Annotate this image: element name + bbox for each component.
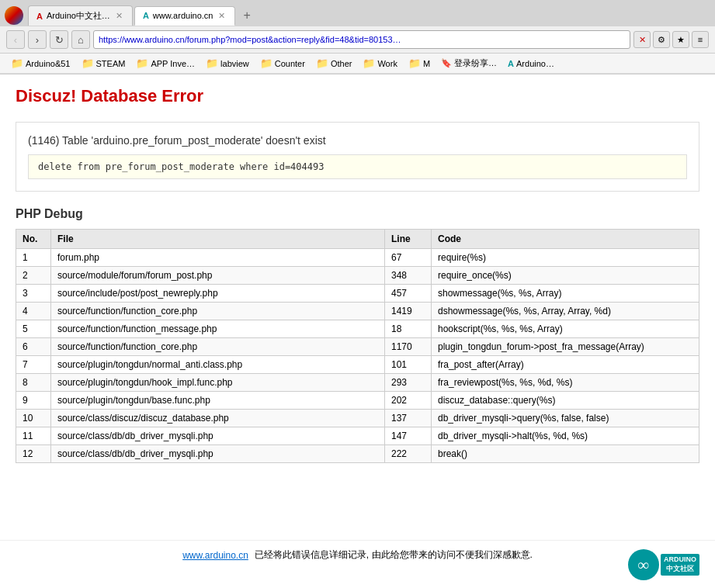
table-row: 2source/module/forum/forum_post.php348re… — [16, 267, 699, 285]
cell-no: 2 — [16, 267, 51, 285]
bookmark-arduino51[interactable]: 📁 Arduino&51 — [6, 56, 75, 71]
settings-button[interactable]: ⚙ — [653, 31, 670, 48]
bookmark-label: labview — [220, 59, 249, 68]
cell-code: db_driver_mysqli->halt(%s, %d, %s) — [432, 427, 699, 445]
error-query: delete from pre_forum_post_moderate wher… — [28, 154, 687, 179]
table-row: 1forum.php67require(%s) — [16, 249, 699, 267]
cell-file: source/function/function_core.php — [51, 303, 385, 320]
cell-file: source/include/post/post_newreply.php — [51, 285, 385, 303]
security-button[interactable]: ✕ — [633, 31, 651, 48]
cell-no: 3 — [16, 285, 51, 303]
bookmark-label: APP Inve… — [151, 59, 195, 68]
footer-link[interactable]: www.arduino.cn — [182, 550, 248, 561]
cell-file: source/plugin/tongdun/normal_anti.class.… — [51, 356, 385, 374]
table-row: 7source/plugin/tongdun/normal_anti.class… — [16, 356, 699, 374]
bookmark-m[interactable]: 📁 M — [404, 56, 435, 71]
table-row: 11source/class/db/db_driver_mysqli.php14… — [16, 427, 699, 445]
cell-no: 8 — [16, 374, 51, 392]
new-tab-button[interactable]: + — [237, 5, 256, 26]
cell-no: 11 — [16, 427, 51, 445]
cell-line: 137 — [385, 410, 432, 427]
footer-text: 已经将此错误信息详细记录, 由此给您带来的访问不便我们深感歉意. — [255, 548, 533, 562]
cell-code: hookscript(%s, %s, %s, Array) — [432, 320, 699, 338]
debug-section: PHP Debug No. File Line Code 1forum.php6… — [16, 207, 699, 463]
cell-line: 147 — [385, 427, 432, 445]
cell-line: 202 — [385, 392, 432, 410]
bookmark-steam[interactable]: 📁 STEAM — [77, 56, 130, 71]
error-box: (1146) Table 'arduino.pre_forum_post_mod… — [16, 122, 699, 192]
cell-line: 1419 — [385, 303, 432, 320]
table-row: 4source/function/function_core.php1419ds… — [16, 303, 699, 320]
folder-icon: 📁 — [363, 57, 375, 69]
cell-code: dshowmessage(%s, %s, Array, Array, %d) — [432, 303, 699, 320]
debug-title: PHP Debug — [16, 207, 699, 221]
cell-line: 67 — [385, 249, 432, 267]
bookmark-label: Counter — [275, 59, 305, 68]
cell-file: source/class/discuz/discuz_database.php — [51, 410, 385, 427]
menu-button[interactable]: ≡ — [692, 31, 709, 48]
arduino-logo-footer: ∞ ARDUINO中文社区 — [628, 549, 699, 569]
folder-icon: 📁 — [11, 57, 23, 69]
cell-code: break() — [432, 445, 699, 463]
cell-no: 6 — [16, 338, 51, 356]
cell-code: showmessage(%s, %s, Array) — [432, 285, 699, 303]
tab2-title: www.arduino.cn — [153, 11, 213, 20]
address-bar[interactable] — [93, 30, 630, 49]
cell-no: 1 — [16, 249, 51, 267]
tab2-favicon: A — [143, 11, 149, 20]
cell-line: 348 — [385, 267, 432, 285]
bookmark-star[interactable]: ★ — [672, 31, 689, 48]
cell-no: 5 — [16, 320, 51, 338]
arduino-favicon: A — [508, 59, 514, 68]
bookmark-labview[interactable]: 📁 labview — [201, 56, 254, 71]
cell-line: 101 — [385, 356, 432, 374]
tab1-close[interactable]: ✕ — [114, 11, 124, 21]
bookmark-label: Arduino… — [516, 59, 554, 68]
cell-line: 457 — [385, 285, 432, 303]
folder-icon: 📁 — [408, 57, 421, 69]
bookmark-arduino[interactable]: A Arduino… — [503, 57, 559, 70]
page-content: Discuz! Database Error (1146) Table 'ard… — [0, 74, 715, 540]
cell-no: 9 — [16, 392, 51, 410]
tab2-close[interactable]: ✕ — [217, 11, 227, 21]
browser-logo — [5, 6, 23, 25]
tab-bar: A Arduino中文社… ✕ A www.arduino.cn ✕ + — [0, 0, 715, 26]
cell-file: source/function/function_core.php — [51, 338, 385, 356]
cell-line: 222 — [385, 445, 432, 463]
table-row: 6source/function/function_core.php1170pl… — [16, 338, 699, 356]
folder-icon: 📁 — [136, 57, 148, 69]
cell-no: 12 — [16, 445, 51, 463]
tab-1[interactable]: A Arduino中文社… ✕ — [28, 5, 133, 26]
error-message: (1146) Table 'arduino.pre_forum_post_mod… — [28, 134, 687, 147]
folder-icon: 📁 — [260, 57, 272, 69]
back-button[interactable]: ‹ — [6, 30, 25, 49]
bookmark-label: Other — [331, 59, 352, 68]
tab1-title: Arduino中文社… — [47, 10, 110, 22]
tab-2[interactable]: A www.arduino.cn ✕ — [134, 6, 236, 26]
bookmark-counter[interactable]: 📁 Counter — [255, 56, 310, 71]
bookmark-work[interactable]: 📁 Work — [358, 56, 401, 71]
bookmark-other[interactable]: 📁 Other — [311, 56, 357, 71]
cell-code: require(%s) — [432, 249, 699, 267]
nav-actions: ✕ ⚙ ★ ≡ — [633, 31, 709, 48]
forward-button[interactable]: › — [28, 30, 47, 49]
folder-icon: 📁 — [316, 57, 328, 69]
refresh-button[interactable]: ↻ — [50, 30, 68, 49]
tab1-favicon: A — [36, 12, 43, 21]
col-header-code: Code — [432, 230, 699, 249]
cell-code: discuz_database::query(%s) — [432, 392, 699, 410]
cell-line: 293 — [385, 374, 432, 392]
table-row: 8source/plugin/tongdun/hook_impl.func.ph… — [16, 374, 699, 392]
debug-table: No. File Line Code 1forum.php67require(%… — [16, 229, 699, 463]
bookmark-appinve[interactable]: 📁 APP Inve… — [131, 56, 200, 71]
table-row: 10source/class/discuz/discuz_database.ph… — [16, 410, 699, 427]
folder-icon: 📁 — [82, 57, 94, 69]
cell-code: fra_reviewpost(%s, %s, %d, %s) — [432, 374, 699, 392]
bookmark-label: STEAM — [96, 59, 126, 68]
cell-file: source/module/forum/forum_post.php — [51, 267, 385, 285]
bookmark-icon: 🔖 — [441, 58, 452, 68]
arduino-circle-logo: ∞ — [628, 549, 659, 569]
bookmark-login[interactable]: 🔖 登录纷享… — [436, 56, 502, 71]
cell-no: 10 — [16, 410, 51, 427]
home-button[interactable]: ⌂ — [71, 30, 90, 49]
